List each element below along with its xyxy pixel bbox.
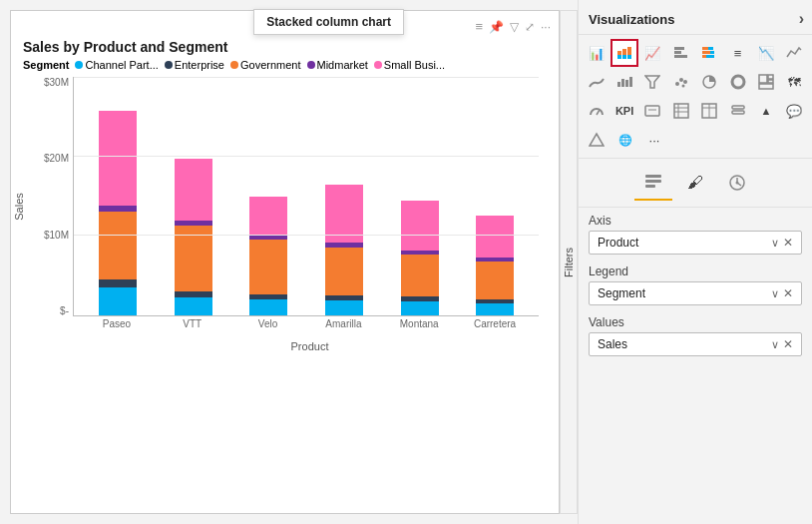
values-label: Values [589, 315, 802, 329]
bar-group-carretera [461, 216, 529, 315]
legend-pill[interactable]: Segment ∨ ✕ [589, 281, 802, 305]
svg-rect-10 [708, 47, 713, 50]
legend-remove[interactable]: ✕ [783, 286, 793, 300]
viz-icon-kpi[interactable]: KPI [610, 97, 637, 125]
toolbar-drag[interactable]: ≡ [475, 19, 483, 34]
tab-format[interactable]: 🖌 [676, 165, 714, 201]
viz-icon-area[interactable] [781, 39, 808, 67]
svg-rect-40 [732, 106, 744, 109]
svg-rect-33 [674, 104, 688, 118]
svg-point-25 [732, 76, 744, 88]
viz-icon-more-dots[interactable]: ··· [640, 126, 668, 154]
toolbar-expand[interactable]: ⤢ [525, 20, 535, 34]
viz-icon-ribbon[interactable] [583, 68, 609, 96]
legend-title: Segment [23, 59, 69, 71]
values-pill[interactable]: Sales ∨ ✕ [589, 332, 802, 356]
panel-expand-icon[interactable]: › [799, 10, 804, 28]
axis-value: Product [598, 236, 638, 250]
svg-rect-3 [622, 55, 626, 59]
viz-icon-slicer[interactable] [724, 97, 751, 125]
svg-rect-12 [710, 51, 714, 54]
x-label-velo: Velo [234, 318, 302, 336]
svg-point-48 [736, 182, 739, 185]
svg-rect-17 [625, 80, 628, 87]
fields-section: Axis Product ∨ ✕ Legend Segment ∨ ✕ [579, 208, 812, 524]
svg-rect-8 [674, 55, 687, 58]
svg-point-22 [683, 80, 687, 84]
toolbar-pin[interactable]: 📌 [489, 20, 504, 34]
viz-icon-card[interactable] [639, 97, 666, 125]
viz-icon-decomp[interactable]: ▲ [752, 97, 779, 125]
toolbar-more[interactable]: ··· [541, 20, 551, 34]
svg-rect-6 [674, 47, 684, 50]
svg-rect-41 [732, 111, 744, 114]
legend-item-0: Channel Part... [75, 59, 158, 71]
tab-analytics[interactable] [718, 165, 756, 201]
svg-rect-27 [768, 75, 773, 79]
chart-legend: Segment Channel Part... Enterprise Gover… [23, 59, 547, 71]
svg-rect-0 [617, 51, 621, 55]
chart-body: $- $10M $20M $30M Sales [73, 77, 539, 336]
svg-rect-44 [645, 185, 655, 188]
viz-icon-line[interactable]: 📉 [752, 39, 779, 67]
right-panel: Visualizations › 📊 📈 ≡ 📉 [578, 0, 812, 524]
chart-toolbar: ≡ 📌 ▽ ⤢ ··· [475, 19, 551, 34]
panel-format-tabs: 🖌 [579, 159, 812, 208]
tab-fields[interactable] [634, 165, 672, 201]
toolbar-filter[interactable]: ▽ [510, 20, 519, 34]
axis-chevron[interactable]: ∨ [771, 237, 779, 250]
legend-chevron[interactable]: ∨ [771, 287, 779, 300]
viz-icon-treemap[interactable] [752, 68, 779, 96]
values-remove[interactable]: ✕ [783, 337, 793, 351]
svg-rect-18 [629, 77, 632, 87]
bars-area [73, 77, 539, 316]
axis-group: Axis Product ∨ ✕ [589, 214, 802, 255]
x-label-vtt: VTT [159, 318, 226, 336]
viz-icon-gauge[interactable] [583, 97, 609, 125]
viz-icon-stacked-bar[interactable] [610, 39, 637, 67]
legend-item-2: Government [230, 59, 301, 71]
viz-icon-stacked-hbar[interactable] [696, 39, 723, 67]
svg-marker-19 [645, 76, 659, 88]
viz-icon-funnel[interactable] [639, 68, 666, 96]
x-axis-labels: Paseo VTT Velo Amarilla Montana Carreter… [73, 318, 539, 336]
svg-rect-2 [622, 49, 626, 55]
tooltip-label: Stacked column chart [266, 15, 391, 29]
viz-icon-100-hbar[interactable]: ≡ [724, 39, 751, 67]
panel-header: Visualizations › [579, 0, 812, 35]
viz-icon-100-bar[interactable]: 📈 [639, 39, 666, 67]
y-label-3: $30M [44, 77, 69, 88]
viz-icon-scatter[interactable] [667, 68, 694, 96]
viz-icon-map[interactable]: 🗺 [781, 68, 808, 96]
filters-tab[interactable]: Filters [560, 10, 578, 514]
viz-icon-waterfall[interactable] [610, 68, 637, 96]
x-label-carretera: Carretera [461, 318, 529, 336]
viz-icon-arcgis[interactable]: 🌐 [611, 126, 639, 154]
values-chevron[interactable]: ∨ [771, 338, 779, 351]
bars-flex [74, 77, 539, 315]
panel-title: Visualizations [589, 12, 674, 27]
svg-rect-26 [759, 75, 767, 83]
svg-rect-28 [768, 80, 773, 83]
svg-rect-5 [627, 55, 631, 59]
svg-rect-1 [617, 55, 621, 59]
filters-label: Filters [563, 248, 575, 277]
legend-item-3: Midmarket [307, 59, 368, 71]
axis-pill[interactable]: Product ∨ ✕ [589, 231, 802, 255]
viz-icon-donut[interactable] [724, 68, 751, 96]
viz-icon-hbar[interactable] [667, 39, 694, 67]
viz-icon-matrix[interactable] [667, 97, 694, 125]
svg-point-23 [681, 85, 684, 88]
viz-icon-bar[interactable]: 📊 [583, 39, 609, 67]
viz-icon-table[interactable] [696, 97, 723, 125]
x-label-amarilla: Amarilla [309, 318, 377, 336]
svg-rect-7 [674, 51, 681, 54]
x-label-montana: Montana [385, 318, 453, 336]
y-label-1: $10M [44, 230, 69, 241]
viz-icon-shape[interactable] [583, 126, 610, 154]
viz-icon-pie[interactable] [696, 68, 723, 96]
viz-icon-qanda[interactable]: 💬 [781, 97, 808, 125]
svg-line-30 [597, 110, 600, 115]
svg-rect-11 [702, 51, 710, 54]
axis-remove[interactable]: ✕ [783, 236, 793, 250]
